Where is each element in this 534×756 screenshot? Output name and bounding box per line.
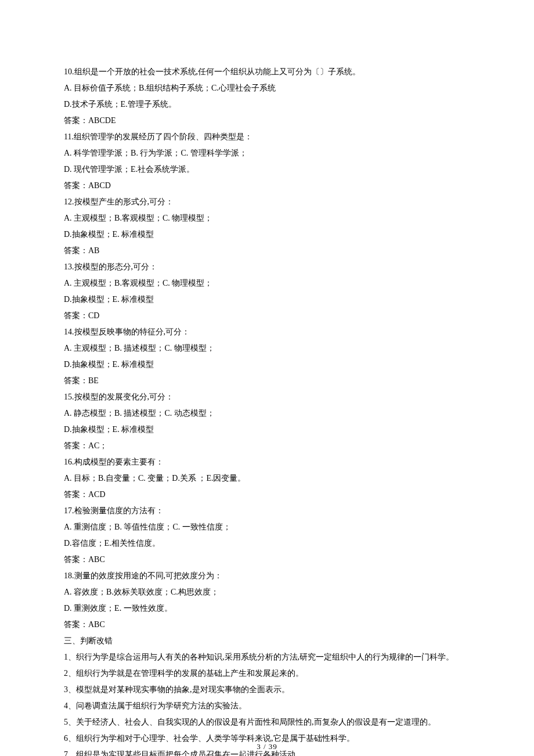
text-line: 答案：AC； [64, 438, 470, 454]
text-line: A. 科学管理学派；B. 行为学派；C. 管理科学学派； [64, 145, 470, 161]
text-line: 17.检验测量信度的方法有： [64, 503, 470, 519]
text-line: A. 主观模型；B. 描述模型；C. 物理模型； [64, 340, 470, 357]
text-line: 答案：BE [64, 373, 470, 389]
text-line: 12.按模型产生的形式分,可分： [64, 194, 470, 210]
text-line: D. 现代管理学派；E.社会系统学派。 [64, 161, 470, 178]
text-line: 14.按模型反映事物的特征分,可分： [64, 324, 470, 340]
text-line: 2、组织行为学就是在管理科学的发展的基础上产生和发展起来的。 [64, 665, 470, 682]
text-line: 13.按模型的形态分,可分： [64, 259, 470, 275]
text-line: 3、模型就是对某种现实事物的抽象,是对现实事物的全面表示。 [64, 682, 470, 698]
text-line: D.抽象模型；E. 标准模型 [64, 357, 470, 373]
text-line: 答案：ABCDE [64, 113, 470, 129]
text-line: 答案：ACD [64, 487, 470, 503]
text-line: D.抽象模型；E. 标准模型 [64, 422, 470, 438]
text-line: D.容信度；E.相关性信度。 [64, 535, 470, 552]
text-line: D.抽象模型；E. 标准模型 [64, 226, 470, 243]
text-line: A. 容效度；B.效标关联效度；C.构思效度； [64, 584, 470, 600]
text-line: 答案：ABC [64, 552, 470, 568]
text-line: 15.按模型的发展变化分,可分： [64, 389, 470, 405]
text-line: 答案：CD [64, 308, 470, 324]
text-line: 三、判断改错 [64, 633, 470, 649]
text-line: 4、问卷调查法属于组织行为学研究方法的实验法。 [64, 698, 470, 714]
page-number: 3 / 39 [0, 739, 534, 754]
document-page: 10.组织是一个开放的社会一技术系统,任何一个组织从功能上又可分为〔〕子系统。A… [0, 0, 534, 756]
text-line: 1、织行为学是综合运用与人有关的各种知识,采用系统分析的方法,研究一定组织中人的… [64, 649, 470, 665]
text-line: D. 重测效度；E. 一致性效度。 [64, 600, 470, 617]
text-line: 5、关于经济人、社会人、自我实现的人的假设是有片面性和局限性的,而复杂人的假设是… [64, 714, 470, 730]
text-line: A. 主观模型；B.客观模型；C. 物理模型； [64, 275, 470, 291]
text-line: 10.组织是一个开放的社会一技术系统,任何一个组织从功能上又可分为〔〕子系统。 [64, 64, 470, 80]
text-line: 答案：AB [64, 243, 470, 259]
text-line: 11.组织管理学的发展经历了四个阶段、四种类型是： [64, 129, 470, 145]
text-line: A. 目标；B.自变量；C. 变量；D.关系 ；E.因变量。 [64, 470, 470, 487]
text-line: A. 静态模型；B. 描述模型；C. 动态模型； [64, 405, 470, 422]
text-line: 答案：ABC [64, 617, 470, 633]
text-line: 18.测量的效度按用途的不同,可把效度分为： [64, 568, 470, 584]
text-line: A. 主观模型；B.客观模型；C. 物理模型； [64, 210, 470, 226]
text-line: 16.构成模型的要素主要有： [64, 454, 470, 470]
text-line: D.抽象模型；E. 标准模型 [64, 291, 470, 308]
text-line: D.技术子系统；E.管理子系统。 [64, 96, 470, 113]
text-line: 答案：ABCD [64, 178, 470, 194]
text-line: A. 目标价值子系统；B.组织结构子系统；C.心理社会子系统 [64, 80, 470, 96]
document-body: 10.组织是一个开放的社会一技术系统,任何一个组织从功能上又可分为〔〕子系统。A… [64, 64, 470, 756]
text-line: A. 重测信度；B. 等值性信度；C. 一致性信度； [64, 519, 470, 535]
